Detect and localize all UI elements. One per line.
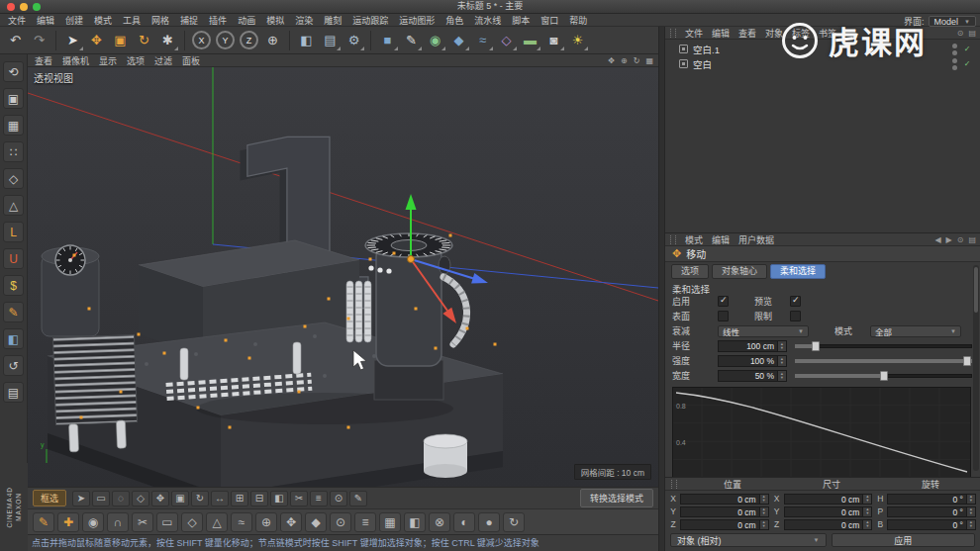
- lock-y-axis-icon[interactable]: Y: [216, 31, 235, 49]
- menu-item[interactable]: 脚本: [512, 14, 530, 27]
- add-generator-icon[interactable]: ◉: [424, 29, 446, 51]
- search-icon[interactable]: ⊙: [957, 29, 964, 38]
- spin-edge-icon[interactable]: ↻: [503, 512, 525, 532]
- viewport-menu-item[interactable]: 过滤: [154, 54, 172, 67]
- undo-icon[interactable]: ↶: [4, 29, 27, 51]
- attribute-scrollbar[interactable]: [973, 265, 979, 471]
- attribute-menu-item[interactable]: 用户数据: [738, 233, 774, 246]
- layer-icon[interactable]: ▤: [3, 382, 24, 403]
- weld-icon[interactable]: ⊙: [330, 491, 347, 506]
- menu-item[interactable]: 运动跟踪: [352, 14, 388, 27]
- attribute-menu-item[interactable]: 编辑: [712, 233, 730, 246]
- plane-cut-icon[interactable]: ▭: [156, 512, 178, 532]
- coordinate-space-select[interactable]: 对象 (相对)▼: [670, 533, 827, 547]
- selection-mode-button[interactable]: 框选: [33, 490, 66, 506]
- menu-item[interactable]: 角色: [445, 14, 463, 27]
- close-button[interactable]: [7, 3, 15, 11]
- left-tank[interactable]: [42, 245, 99, 336]
- polygons-mode-icon[interactable]: △: [3, 195, 24, 216]
- last-tool-icon[interactable]: ✱: [156, 29, 179, 51]
- 表面-checkbox[interactable]: [718, 311, 729, 321]
- menu-item[interactable]: 捕捉: [180, 14, 198, 27]
- knife-icon[interactable]: ✂: [132, 512, 153, 532]
- menu-item[interactable]: 动画: [238, 14, 255, 27]
- rotate-tool-icon[interactable]: ↻: [133, 29, 155, 51]
- add-point-icon[interactable]: ✚: [57, 512, 79, 532]
- object-row[interactable]: 空白.1✓: [665, 42, 980, 56]
- move-icon[interactable]: ✥: [151, 491, 169, 506]
- coord-位置-X-field[interactable]: 0 cm▴▾: [680, 494, 769, 505]
- coord-尺寸-Z-field[interactable]: 0 cm▴▾: [784, 519, 873, 530]
- menu-item[interactable]: 模式: [94, 14, 112, 27]
- search-icon[interactable]: ⊙: [957, 235, 964, 244]
- enabled-check-icon[interactable]: ✓: [962, 59, 972, 68]
- stitch-sew-icon[interactable]: ≡: [354, 512, 376, 532]
- axis-mode-icon[interactable]: L: [3, 222, 24, 242]
- history-icon[interactable]: ↺: [3, 355, 24, 376]
- 宽度-slider[interactable]: [795, 370, 972, 382]
- magnet-icon[interactable]: ⊗: [429, 512, 450, 532]
- tab-对象轴心[interactable]: 对象轴心: [712, 264, 767, 279]
- menu-item[interactable]: 渲染: [295, 14, 313, 27]
- menu-item[interactable]: 创建: [65, 14, 83, 27]
- rotate-view-icon[interactable]: ↻: [634, 56, 640, 65]
- 强度-slider[interactable]: [795, 355, 972, 367]
- move-tool-icon[interactable]: ✥: [85, 29, 108, 51]
- 半径-value-field[interactable]: 100 cm▴▾: [718, 340, 787, 352]
- 宽度-value-field[interactable]: 50 %▴▾: [718, 370, 787, 382]
- viewport-menu-item[interactable]: 面板: [182, 54, 200, 67]
- snap-mode-icon[interactable]: U: [3, 248, 24, 269]
- smooth-icon[interactable]: ≈: [231, 512, 252, 532]
- weld-icon[interactable]: ⊕: [255, 512, 277, 532]
- lock-x-axis-icon[interactable]: X: [192, 31, 211, 49]
- edge-cut-icon[interactable]: ◇: [181, 512, 203, 532]
- rotate-icon[interactable]: ↻: [191, 491, 209, 506]
- 限制-checkbox[interactable]: [790, 311, 801, 321]
- add-spline-icon[interactable]: ✎: [400, 29, 423, 51]
- panel-grip[interactable]: [670, 29, 676, 38]
- make-editable-icon[interactable]: ⟲: [3, 61, 24, 82]
- bevel-icon[interactable]: ◆: [305, 512, 327, 532]
- add-modeling-icon[interactable]: ◆: [447, 29, 470, 51]
- add-light-icon[interactable]: ☀: [566, 29, 589, 51]
- arc-icon[interactable]: ∩: [107, 512, 129, 532]
- poly-select-icon[interactable]: ◇: [132, 491, 149, 506]
- coord-位置-Y-field[interactable]: 0 cm▴▾: [680, 506, 769, 517]
- object-manager-menu-item[interactable]: 查看: [738, 27, 756, 40]
- object-manager-menu-item[interactable]: 编辑: [712, 27, 730, 40]
- render-settings-icon[interactable]: ⚙: [343, 29, 365, 51]
- object-row[interactable]: 空白✓: [665, 56, 980, 71]
- edges-mode-icon[interactable]: ◇: [3, 168, 24, 189]
- redo-icon[interactable]: ↷: [28, 29, 50, 51]
- coord-旋转-P-field[interactable]: 0 °▴▾: [887, 506, 976, 517]
- viewport-menu-item[interactable]: 选项: [127, 54, 145, 67]
- mirror-icon[interactable]: ↔: [211, 491, 229, 506]
- convert-selection-button[interactable]: 转换选择模式: [580, 489, 653, 507]
- paint-icon[interactable]: ✎: [3, 302, 24, 322]
- 半径-slider[interactable]: [795, 340, 972, 352]
- minimize-button[interactable]: [20, 3, 28, 11]
- quantize-icon[interactable]: $: [3, 275, 24, 296]
- solo-view-icon[interactable]: ◧: [3, 328, 24, 349]
- apply-button[interactable]: 应用: [832, 533, 976, 547]
- live-select-icon[interactable]: ➤: [72, 491, 90, 506]
- smear-icon[interactable]: ◐: [453, 512, 475, 532]
- menu-item[interactable]: 模拟: [266, 14, 284, 27]
- object-manager-menu-item[interactable]: 对象: [765, 27, 783, 40]
- coord-位置-Z-field[interactable]: 0 cm▴▾: [680, 519, 769, 530]
- viewport-menu-item[interactable]: 摄像机: [62, 54, 89, 67]
- bevel-icon[interactable]: ◧: [270, 491, 288, 506]
- 预览-checkbox[interactable]: [790, 296, 801, 307]
- points-mode-icon[interactable]: ∷: [3, 141, 24, 162]
- coord-旋转-B-field[interactable]: 0 °▴▾: [887, 519, 976, 530]
- add-cube-icon[interactable]: ■: [376, 29, 399, 51]
- scale-icon[interactable]: ▣: [171, 491, 189, 506]
- lasso-select-icon[interactable]: ◌: [112, 491, 130, 506]
- add-environment-icon[interactable]: ▬: [519, 29, 541, 51]
- stitch-icon[interactable]: ≡: [310, 491, 328, 506]
- lock-z-axis-icon[interactable]: Z: [240, 31, 258, 49]
- object-manager-menu-item[interactable]: 标签: [792, 27, 810, 40]
- visibility-toggles[interactable]: [952, 44, 957, 55]
- close-hole-icon[interactable]: ⊙: [330, 512, 351, 532]
- live-selection-icon[interactable]: ➤: [61, 29, 84, 51]
